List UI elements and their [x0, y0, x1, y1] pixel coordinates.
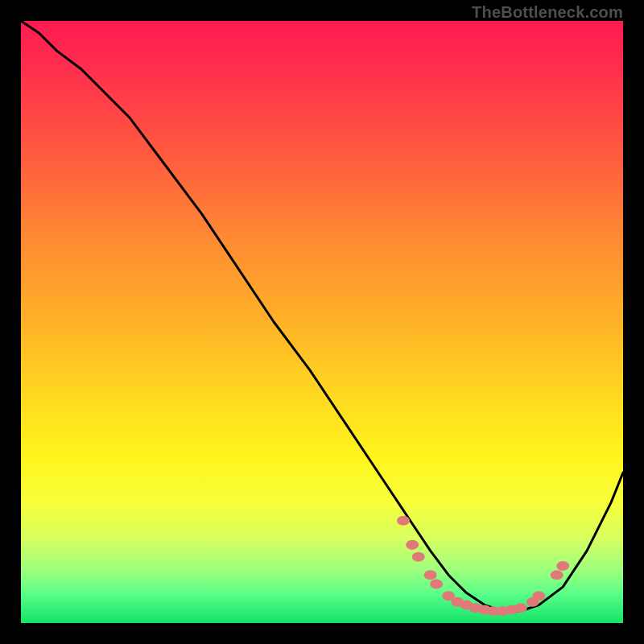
attribution-text: TheBottleneck.com	[472, 3, 623, 22]
data-marker	[532, 591, 545, 601]
data-marker	[551, 570, 564, 580]
outer-frame: TheBottleneck.com	[0, 0, 644, 644]
data-marker	[430, 579, 443, 588]
data-marker	[412, 552, 425, 562]
data-marker	[514, 603, 527, 613]
data-marker	[424, 570, 437, 580]
plot-area	[21, 21, 623, 623]
data-marker	[397, 516, 410, 526]
data-marker	[406, 540, 419, 550]
data-marker	[556, 561, 569, 571]
chart-markers	[21, 21, 623, 623]
